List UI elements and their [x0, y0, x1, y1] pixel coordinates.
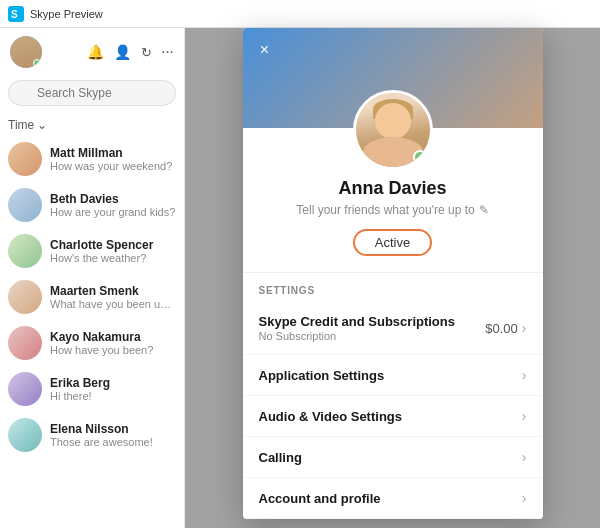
settings-item-subtitle: No Subscription: [259, 330, 486, 342]
settings-label: SETTINGS: [243, 273, 543, 302]
more-icon[interactable]: ···: [162, 46, 174, 58]
contact-message: Those are awesome!: [50, 436, 176, 448]
status-badge[interactable]: Active: [353, 229, 432, 256]
skype-logo: S: [8, 6, 24, 22]
contact-name: Elena Nilsson: [50, 422, 176, 436]
settings-item-content: Audio & Video Settings: [259, 409, 522, 424]
profile-photo-container: [353, 90, 433, 170]
contact-name: Kayo Nakamura: [50, 330, 176, 344]
contact-avatar: [8, 418, 42, 452]
modal-overlay[interactable]: × Anna Davies: [185, 28, 600, 528]
person-icon[interactable]: 👤: [114, 44, 131, 60]
svg-text:S: S: [11, 9, 18, 20]
contact-info: Charlotte SpencerHow's the weather?: [50, 238, 176, 264]
user-avatar[interactable]: [10, 36, 42, 68]
settings-item-title: Application Settings: [259, 368, 522, 383]
settings-item-title: Audio & Video Settings: [259, 409, 522, 424]
contact-avatar: [8, 234, 42, 268]
time-filter[interactable]: Time ⌄: [0, 114, 184, 136]
contact-message: How have you been?: [50, 344, 176, 356]
settings-item-value: $0.00: [485, 321, 518, 336]
contact-message: What have you been up t...: [50, 298, 176, 310]
edit-icon[interactable]: ✎: [479, 203, 489, 217]
settings-item-title: Calling: [259, 450, 522, 465]
contact-info: Beth DaviesHow are your grand kids?: [50, 192, 176, 218]
contact-avatar: [8, 188, 42, 222]
settings-item[interactable]: Account and profile›: [243, 478, 543, 519]
profile-photo: [353, 90, 433, 170]
contact-message: How was your weekend?: [50, 160, 176, 172]
profile-online-indicator: [413, 150, 427, 164]
chevron-down-icon: ⌄: [37, 118, 47, 132]
online-indicator: [33, 59, 41, 67]
contact-info: Matt MillmanHow was your weekend?: [50, 146, 176, 172]
contact-info: Kayo NakamuraHow have you been?: [50, 330, 176, 356]
contact-avatar: [8, 326, 42, 360]
search-container: 🔍: [0, 76, 184, 110]
sidebar-icon-group: 🔔 👤 ↻ ···: [87, 44, 174, 60]
settings-item[interactable]: Audio & Video Settings›: [243, 396, 543, 437]
chevron-right-icon: ›: [522, 320, 527, 336]
contact-info: Erika BergHi there!: [50, 376, 176, 402]
profile-modal: × Anna Davies: [243, 28, 543, 519]
contact-item[interactable]: Erika BergHi there!: [0, 366, 184, 412]
contact-item[interactable]: Beth DaviesHow are your grand kids?: [0, 182, 184, 228]
settings-items-container: Skype Credit and SubscriptionsNo Subscri…: [243, 302, 543, 519]
chevron-right-icon: ›: [522, 367, 527, 383]
contact-info: Elena NilssonThose are awesome!: [50, 422, 176, 448]
settings-item-title: Skype Credit and Subscriptions: [259, 314, 486, 329]
contact-avatar: [8, 372, 42, 406]
contact-message: Hi there!: [50, 390, 176, 402]
sidebar: 🔔 👤 ↻ ··· 🔍 Time ⌄ Matt MillmanHow was y…: [0, 28, 185, 528]
title-bar: S Skype Preview: [0, 0, 600, 28]
main-content: × Anna Davies: [185, 28, 600, 528]
contact-item[interactable]: Maarten SmenkWhat have you been up t...: [0, 274, 184, 320]
chevron-right-icon: ›: [522, 490, 527, 506]
search-input[interactable]: [8, 80, 176, 106]
contact-item[interactable]: Charlotte SpencerHow's the weather?: [0, 228, 184, 274]
contact-item[interactable]: Matt MillmanHow was your weekend?: [0, 136, 184, 182]
settings-item-content: Account and profile: [259, 491, 522, 506]
settings-item-title: Account and profile: [259, 491, 522, 506]
settings-item-content: Application Settings: [259, 368, 522, 383]
settings-item-content: Skype Credit and SubscriptionsNo Subscri…: [259, 314, 486, 342]
profile-name: Anna Davies: [263, 178, 523, 199]
face-head-decor: [375, 103, 411, 139]
settings-item[interactable]: Application Settings›: [243, 355, 543, 396]
contact-list: Matt MillmanHow was your weekend?Beth Da…: [0, 136, 184, 528]
contact-name: Matt Millman: [50, 146, 176, 160]
contact-info: Maarten SmenkWhat have you been up t...: [50, 284, 176, 310]
contact-item[interactable]: Elena NilssonThose are awesome!: [0, 412, 184, 458]
app-container: 🔔 👤 ↻ ··· 🔍 Time ⌄ Matt MillmanHow was y…: [0, 28, 600, 528]
contact-message: How are your grand kids?: [50, 206, 176, 218]
chevron-right-icon: ›: [522, 449, 527, 465]
contact-message: How's the weather?: [50, 252, 176, 264]
settings-item-content: Calling: [259, 450, 522, 465]
contact-avatar: [8, 142, 42, 176]
title-bar-label: Skype Preview: [30, 8, 103, 20]
contact-avatar: [8, 280, 42, 314]
settings-section: SETTINGS Skype Credit and SubscriptionsN…: [243, 272, 543, 519]
settings-item[interactable]: Skype Credit and SubscriptionsNo Subscri…: [243, 302, 543, 355]
settings-item[interactable]: Calling›: [243, 437, 543, 478]
refresh-icon[interactable]: ↻: [141, 45, 152, 60]
contact-name: Maarten Smenk: [50, 284, 176, 298]
modal-header: ×: [243, 28, 543, 128]
search-wrapper: 🔍: [8, 80, 176, 106]
close-button[interactable]: ×: [253, 38, 277, 62]
contact-name: Erika Berg: [50, 376, 176, 390]
profile-tagline: Tell your friends what you're up to ✎: [263, 203, 523, 217]
chevron-right-icon: ›: [522, 408, 527, 424]
contact-name: Charlotte Spencer: [50, 238, 176, 252]
sidebar-header: 🔔 👤 ↻ ···: [0, 28, 184, 76]
contact-name: Beth Davies: [50, 192, 176, 206]
bell-icon[interactable]: 🔔: [87, 44, 104, 60]
contact-item[interactable]: Kayo NakamuraHow have you been?: [0, 320, 184, 366]
